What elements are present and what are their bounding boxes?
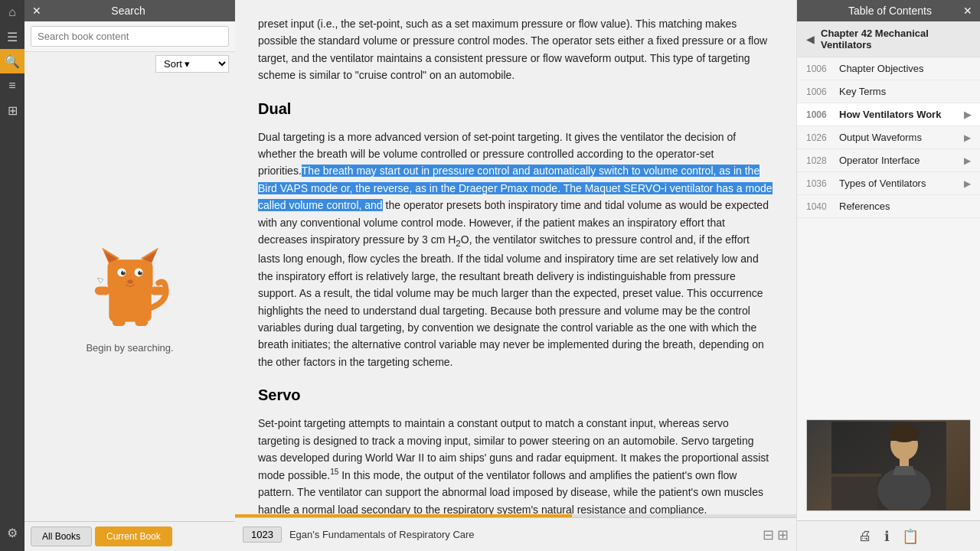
book-content-scroll[interactable]: preset input (i.e., the set-point, such …	[235, 0, 796, 514]
toc-back-arrow: ◀	[806, 33, 815, 45]
left-icon-strip: ⌂ ☰ 🔍 ≡ ⊞ ⚙	[0, 0, 24, 551]
toc-arrow-icon: ▶	[964, 155, 971, 166]
svg-rect-26	[831, 474, 881, 477]
pagination-controls: ⊟ ⊞	[763, 527, 789, 543]
svg-marker-24	[893, 466, 916, 475]
toc-title: Table of Contents	[817, 5, 963, 17]
search-input[interactable]	[31, 26, 229, 47]
svg-rect-23	[900, 457, 909, 466]
toc-arrow-icon: ▶	[964, 109, 971, 120]
search-tabs: All Books Current Book	[24, 521, 235, 551]
search-sidebar-title: Search	[41, 5, 215, 17]
book-content: preset input (i.e., the set-point, such …	[235, 0, 796, 514]
toc-item-output-waveforms[interactable]: 1026 Output Waveforms ▶	[797, 126, 980, 149]
settings-icon[interactable]: ⚙	[0, 520, 24, 545]
svg-point-8	[121, 271, 126, 276]
toc-item-operator-interface[interactable]: 1028 Operator Interface ▶	[797, 149, 980, 172]
servo-heading: Servo	[258, 383, 773, 407]
print-icon[interactable]: 🖨	[858, 528, 872, 544]
toc-item-label: Operator Interface	[839, 155, 964, 166]
toc-page-num: 1006	[806, 64, 833, 74]
toc-sidebar: Table of Contents ✕ ◀ Chapter 42 Mechani…	[796, 0, 980, 551]
toc-header: Table of Contents ✕	[797, 0, 980, 21]
toc-arrow-icon: ▶	[964, 178, 971, 189]
svg-point-9	[138, 271, 142, 276]
video-person-svg	[831, 422, 946, 510]
toc-item-key-terms[interactable]: 1006 Key Terms	[797, 80, 980, 103]
toc-arrow-icon: ▶	[964, 132, 971, 143]
toc-item-label: How Ventilators Work	[839, 109, 964, 120]
home-icon[interactable]: ⌂	[0, 0, 24, 24]
toc-chapter-header[interactable]: ◀ Chapter 42 Mechanical Ventilators	[797, 21, 980, 57]
search-empty-state: Begin by searching.	[24, 77, 235, 521]
close-toc-button[interactable]: ✕	[963, 5, 972, 17]
dual-paragraph: Dual targeting is a more advanced versio…	[258, 129, 773, 371]
search-nav-icon[interactable]: 🔍	[0, 49, 24, 73]
toc-page-num: 1026	[806, 132, 833, 143]
dual-para-after: the operator presets both inspiratory ti…	[258, 199, 769, 368]
toc-bottom-icons: 🖨 ℹ 📋	[797, 520, 980, 551]
toc-item-label: Types of Ventilators	[839, 178, 964, 189]
toc-item-label: Key Terms	[839, 86, 971, 97]
svg-point-11	[139, 271, 141, 272]
video-content	[807, 420, 970, 510]
main-content-column: preset input (i.e., the set-point, such …	[235, 0, 796, 551]
svg-marker-17	[97, 278, 103, 282]
toc-page-num: 1006	[806, 109, 833, 120]
intro-paragraph: preset input (i.e., the set-point, such …	[258, 15, 773, 84]
toc-chapter-title: Chapter 42 Mechanical Ventilators	[821, 28, 971, 51]
mascot-image	[84, 244, 176, 336]
page-number-badge: 1023	[243, 527, 282, 543]
sort-bar: Sort ▾ Relevance Page	[24, 52, 235, 77]
video-thumbnail[interactable]	[806, 419, 971, 511]
book-title-footer: Egan's Fundamentals of Respiratory Care	[289, 529, 755, 540]
toc-page-num: 1040	[806, 201, 833, 212]
svg-rect-16	[135, 315, 148, 326]
list-icon[interactable]: ≡	[0, 73, 24, 98]
next-page-icon[interactable]: ⊞	[777, 527, 789, 543]
close-search-button[interactable]: ✕	[32, 5, 41, 17]
toc-item-references[interactable]: 1040 References	[797, 195, 980, 218]
toc-item-types-of-ventilators[interactable]: 1036 Types of Ventilators ▶	[797, 172, 980, 195]
toc-item-how-ventilators[interactable]: 1006 How Ventilators Work ▶	[797, 103, 980, 126]
toc-item-label: Output Waveforms	[839, 132, 964, 143]
toc-page-num: 1028	[806, 155, 833, 166]
toc-page-num: 1006	[806, 86, 833, 97]
toc-page-num: 1036	[806, 178, 833, 189]
annotate-icon[interactable]: 📋	[902, 528, 919, 545]
servo-paragraph: Set-point targeting attempts to maintain…	[258, 415, 773, 514]
mascot: Begin by searching.	[84, 244, 176, 354]
toc-item-label: References	[839, 201, 971, 212]
bottom-footer: 1023 Egan's Fundamentals of Respiratory …	[235, 517, 796, 551]
prev-page-icon[interactable]: ⊟	[763, 527, 774, 543]
sort-select[interactable]: Sort ▾ Relevance Page	[155, 55, 229, 73]
search-sidebar-header: ✕ Search	[24, 0, 235, 21]
svg-point-10	[122, 271, 124, 272]
svg-rect-25	[831, 475, 877, 510]
current-book-tab[interactable]: Current Book	[95, 527, 172, 546]
search-input-area	[24, 21, 235, 52]
info-icon[interactable]: ℹ	[884, 528, 890, 545]
toc-items-container: 1006 Chapter Objectives 1006 Key Terms 1…	[797, 57, 980, 410]
all-books-tab[interactable]: All Books	[31, 527, 92, 546]
toc-item-chapter-objectives[interactable]: 1006 Chapter Objectives	[797, 57, 980, 80]
search-sidebar: ✕ Search Sort ▾ Relevance Page	[24, 0, 235, 551]
dual-heading: Dual	[258, 96, 773, 121]
menu-icon[interactable]: ☰	[0, 24, 24, 49]
svg-rect-13	[94, 286, 109, 295]
mascot-label: Begin by searching.	[86, 342, 173, 354]
svg-point-12	[127, 279, 132, 284]
bookmark-icon[interactable]: ⊞	[0, 98, 24, 122]
svg-rect-21	[890, 433, 918, 441]
toc-item-label: Chapter Objectives	[839, 63, 971, 74]
svg-rect-15	[112, 315, 125, 326]
